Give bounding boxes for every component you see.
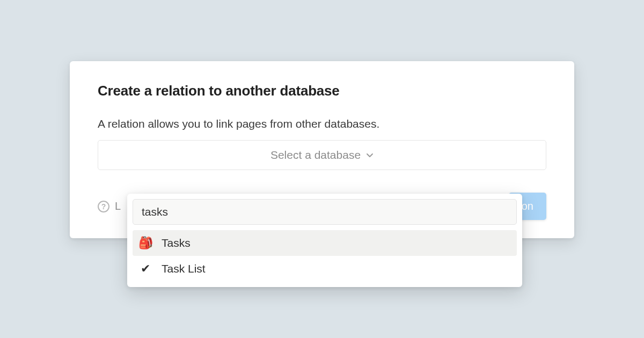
database-search-input[interactable] [133,199,517,225]
database-picker-popover: 🎒 Tasks ✔ Task List [127,194,522,287]
database-option[interactable]: ✔ Task List [133,256,517,282]
help-label: L [115,200,121,212]
modal-description: A relation allows you to link pages from… [98,117,546,130]
help-icon: ? [98,201,109,212]
database-option-label: Tasks [162,237,191,249]
modal-title: Create a relation to another database [98,83,546,99]
database-option-label: Task List [162,262,206,275]
select-database-button[interactable]: Select a database [98,140,546,170]
select-database-placeholder: Select a database [270,149,361,161]
chevron-down-icon [366,151,374,159]
database-option[interactable]: 🎒 Tasks [133,230,517,256]
checkmark-icon: ✔ [138,262,153,276]
backpack-icon: 🎒 [138,236,153,250]
learn-about-relations-link[interactable]: ? L [98,200,121,212]
